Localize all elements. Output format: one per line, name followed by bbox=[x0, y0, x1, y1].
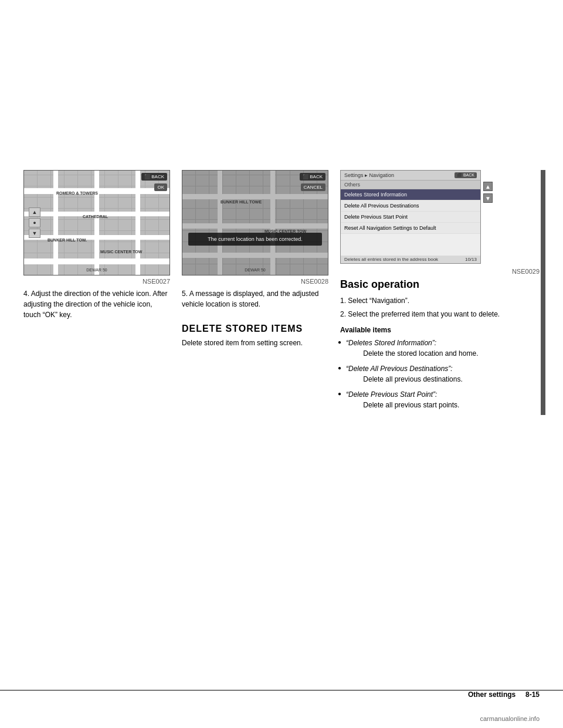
nav-scroll-down[interactable]: ▼ bbox=[483, 193, 493, 203]
screenshot-1-container: ROMERO & TOWERS CATHEDRAL BUNKER HILL TO… bbox=[23, 170, 170, 275]
bullet-item-1: “Deletes Stored Information”: Delete the… bbox=[340, 338, 540, 359]
road-v-2 bbox=[94, 171, 99, 275]
step-4-body: Adjust the direction of the vehicle icon… bbox=[23, 290, 168, 319]
nav-item-2[interactable]: Delete Previous Start Point bbox=[341, 212, 480, 223]
step-5-text: 5. A message is displayed, and the adjus… bbox=[182, 288, 328, 309]
caption-2: NSE0028 bbox=[182, 278, 328, 285]
basic-op-step1: 1. Select “Navigation”. bbox=[340, 295, 540, 307]
nav-footer-text: Deletes all entries stored in the addres… bbox=[344, 257, 438, 262]
column-right: Settings ▸ Navigation ⬛ BACK Others Dele… bbox=[340, 170, 540, 415]
nav-item-0-label: Deletes Stored Information bbox=[344, 192, 407, 198]
road-v-3 bbox=[135, 171, 140, 275]
nav-navigation-label: Navigation bbox=[369, 172, 395, 178]
screenshot-2-container: BUNKER HILL TOWE MUSIC CENTER TOW The cu… bbox=[182, 170, 328, 275]
nav-item-3-label: Reset All Navigation Settings to Default bbox=[344, 225, 436, 231]
nav-header-title: Settings ▸ Navigation bbox=[344, 172, 394, 178]
bullet-item-2-desc: Delete all previous destinations. bbox=[346, 375, 463, 383]
map-controls: ▲ ● ▼ bbox=[29, 207, 40, 238]
road2-v2 bbox=[270, 171, 275, 275]
nav-item-1[interactable]: Delete All Previous Destinations bbox=[341, 200, 480, 212]
page: ROMERO & TOWERS CATHEDRAL BUNKER HILL TO… bbox=[0, 0, 563, 728]
map-label-4: MUSIC CENTER TOW bbox=[100, 250, 142, 254]
cancel-button-2[interactable]: CANCEL bbox=[301, 183, 325, 191]
main-content: ROMERO & TOWERS CATHEDRAL BUNKER HILL TO… bbox=[23, 170, 540, 415]
nav-scroll-controls: ▲ ▼ bbox=[483, 182, 493, 203]
screenshot-2: BUNKER HILL TOWE MUSIC CENTER TOW The cu… bbox=[182, 170, 328, 275]
nav-item-3[interactable]: Reset All Navigation Settings to Default bbox=[341, 223, 480, 234]
map-image-2: BUNKER HILL TOWE MUSIC CENTER TOW The cu… bbox=[182, 171, 328, 275]
step-5-number: 5. bbox=[182, 290, 188, 298]
location-corrected-message: The current location has been corrected. bbox=[188, 233, 322, 246]
page-footer: Other settings 8-15 bbox=[0, 690, 563, 699]
bullet-item-2: “Delete All Previous Destinations”: Dele… bbox=[340, 363, 540, 385]
footer-section-name: Other settings bbox=[468, 690, 515, 699]
dewar-label-1: DEWAR 50 bbox=[86, 268, 107, 272]
bullet-item-3: “Delete Previous Start Point”: Delete al… bbox=[340, 389, 540, 410]
nav-footer: Deletes all entries stored in the addres… bbox=[341, 256, 480, 263]
road2-h1 bbox=[182, 194, 328, 199]
map-image-1: ROMERO & TOWERS CATHEDRAL BUNKER HILL TO… bbox=[24, 171, 169, 275]
delete-heading: DELETE STORED ITEMS bbox=[182, 324, 328, 334]
delete-subtext: Delete stored item from setting screen. bbox=[182, 338, 328, 348]
back-button-1[interactable]: ⬛ BACK bbox=[141, 173, 167, 181]
step-4-text: 4. Adjust the direction of the vehicle i… bbox=[23, 288, 170, 320]
map-ctrl-up[interactable]: ▲ bbox=[29, 207, 40, 217]
nav-header: Settings ▸ Navigation ⬛ BACK bbox=[341, 171, 480, 181]
caption-1: NSE0027 bbox=[23, 278, 170, 285]
basic-op-step2: 2. Select the preferred item that you wa… bbox=[340, 309, 540, 320]
nav-menu-wrapper: Settings ▸ Navigation ⬛ BACK Others Dele… bbox=[340, 170, 481, 264]
nav-screenshot: Settings ▸ Navigation ⬛ BACK Others Dele… bbox=[340, 170, 481, 264]
dewar-label-2: DEWAR 50 bbox=[245, 268, 266, 272]
nav-others-label: Others bbox=[341, 181, 480, 189]
right-accent-bar bbox=[541, 170, 545, 415]
column-mid: BUNKER HILL TOWE MUSIC CENTER TOW The cu… bbox=[182, 170, 328, 353]
column-left: ROMERO & TOWERS CATHEDRAL BUNKER HILL TO… bbox=[23, 170, 170, 320]
bullet-item-1-label: “Deletes Stored Information”: bbox=[346, 339, 436, 347]
map-label-3: BUNKER HILL TOW. bbox=[48, 238, 87, 242]
map-label-1: ROMERO & TOWERS bbox=[56, 191, 98, 195]
road2-h3 bbox=[182, 253, 328, 258]
step-4-number: 4. bbox=[23, 290, 29, 298]
road2-v1 bbox=[218, 171, 222, 275]
available-items-heading: Available items bbox=[340, 326, 540, 334]
bullet-item-3-label: “Delete Previous Start Point”: bbox=[346, 390, 437, 399]
nav-item-2-label: Delete Previous Start Point bbox=[344, 214, 408, 220]
road-v-1 bbox=[53, 171, 58, 275]
nav-page-indicator: 10/13 bbox=[465, 257, 477, 262]
road2-h2 bbox=[182, 223, 328, 229]
footer-section-label: Other settings 8-15 bbox=[468, 690, 540, 699]
columns-layout: ROMERO & TOWERS CATHEDRAL BUNKER HILL TO… bbox=[23, 170, 540, 415]
screenshot-1: ROMERO & TOWERS CATHEDRAL BUNKER HILL TO… bbox=[23, 170, 170, 275]
map-ctrl-dn[interactable]: ▼ bbox=[29, 229, 40, 238]
basic-op-heading: Basic operation bbox=[340, 278, 540, 291]
nav-item-1-label: Delete All Previous Destinations bbox=[344, 203, 419, 209]
nav-back-btn[interactable]: ⬛ BACK bbox=[455, 172, 477, 178]
back-button-2[interactable]: ⬛ BACK bbox=[300, 173, 325, 181]
map-ctrl-mid[interactable]: ● bbox=[29, 218, 40, 227]
nav-settings-label: Settings bbox=[344, 172, 364, 178]
ok-button[interactable]: OK bbox=[154, 183, 167, 191]
caption-3: NSE0029 bbox=[340, 268, 540, 275]
bullet-item-3-desc: Delete all previous start points. bbox=[346, 401, 459, 409]
basic-operation-section: Basic operation 1. Select “Navigation”. … bbox=[340, 278, 540, 410]
bullet-item-1-desc: Delete the stored location and home. bbox=[346, 349, 478, 358]
footer-page-number: 8-15 bbox=[525, 690, 540, 699]
step-5-body: A message is displayed, and the adjusted… bbox=[182, 290, 319, 308]
map2-label-1: BUNKER HILL TOWE bbox=[221, 200, 262, 204]
nav-scroll-up[interactable]: ▲ bbox=[483, 182, 493, 191]
nav-screenshot-area: Settings ▸ Navigation ⬛ BACK Others Dele… bbox=[340, 170, 540, 266]
bullet-item-2-label: “Delete All Previous Destinations”: bbox=[346, 365, 453, 373]
nav-item-0[interactable]: Deletes Stored Information bbox=[341, 189, 480, 200]
map-label-2: CATHEDRAL bbox=[83, 215, 108, 219]
watermark: carmanualonline.info bbox=[480, 715, 540, 722]
delete-section: DELETE STORED ITEMS Delete stored item f… bbox=[182, 324, 328, 348]
